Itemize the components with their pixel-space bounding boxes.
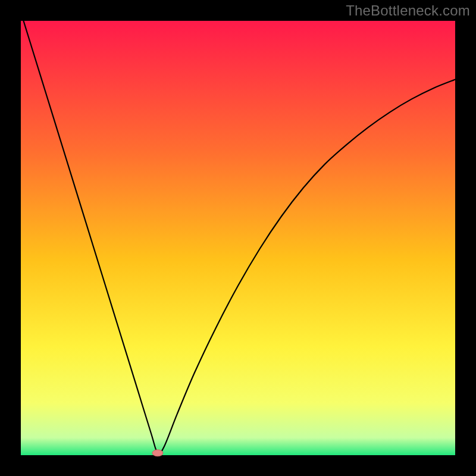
min-marker [152, 450, 163, 456]
chart-svg [0, 0, 476, 476]
chart-frame: TheBottleneck.com [0, 0, 476, 476]
plot-area [21, 21, 455, 455]
watermark-text: TheBottleneck.com [346, 2, 470, 19]
